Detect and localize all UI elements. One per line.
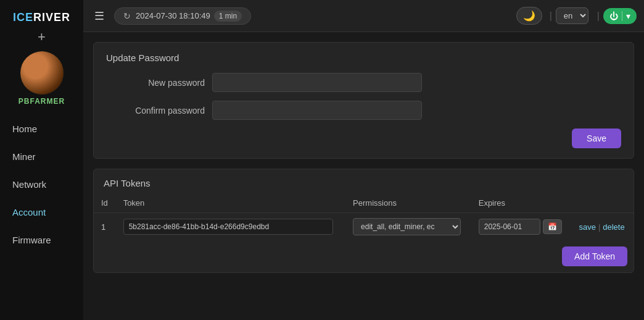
avatar-image [20,51,64,95]
interval-badge: 1 min [214,11,242,22]
token-permissions-cell: edit_all, edit_miner, ec [345,213,471,241]
time-box: ↻ 2024-07-30 18:10:49 1 min [114,7,251,25]
sidebar-item-account[interactable]: Account [0,198,83,226]
sidebar-item-network[interactable]: Network [0,171,83,198]
token-delete-button[interactable]: delete [603,222,624,232]
add-token-container: Add Token [94,240,634,272]
confirm-password-label: Confirm password [106,106,205,116]
expires-input[interactable] [479,219,540,235]
token-actions-cell: save | delete [571,213,634,241]
add-token-button[interactable]: Add Token [562,246,627,266]
token-value-cell [116,213,345,241]
action-divider: | [598,222,600,232]
calendar-button[interactable]: 📅 [543,219,562,234]
new-password-input[interactable] [212,73,422,92]
col-permissions: Permissions [345,195,471,213]
token-expires-cell: 📅 [471,213,572,241]
sidebar: ICERIVER + PBFARMER Home Miner Network A… [0,0,83,320]
header-divider2: | [597,11,600,22]
token-id-cell: 1 [94,213,116,241]
tokens-table-header: Id Token Permissions Expires [94,195,634,213]
power-dropdown-icon: ▾ [626,11,630,21]
new-password-row: New password [106,73,621,92]
sidebar-item-firmware[interactable]: Firmware [0,226,83,254]
timestamp-label: 2024-07-30 18:10:49 [136,11,210,20]
avatar [20,51,64,95]
power-divider [622,11,622,21]
add-device-button[interactable]: + [38,27,46,46]
table-row: 1 edit_all, edit_miner, ec 📅 [94,213,634,241]
username-label: PBFARMER [19,97,65,106]
sidebar-item-home[interactable]: Home [0,115,83,143]
new-password-label: New password [106,78,205,88]
col-actions [571,195,634,213]
tokens-table: Id Token Permissions Expires 1 edit_all,… [94,195,634,240]
header: ☰ ↻ 2024-07-30 18:10:49 1 min 🌙 | en zh … [83,0,644,32]
header-divider: | [550,11,552,22]
menu-button[interactable]: ☰ [91,7,108,25]
col-expires: Expires [471,195,572,213]
app-logo: ICERIVER [13,6,70,27]
confirm-password-row: Confirm password [106,101,621,120]
language-select[interactable]: en zh de [556,7,588,24]
power-icon: ⏻ [609,11,618,21]
power-button[interactable]: ⏻ ▾ [603,8,637,24]
permissions-select[interactable]: edit_all, edit_miner, ec [353,218,461,235]
token-value-input[interactable] [123,219,333,235]
confirm-password-input[interactable] [212,101,422,120]
save-password-button[interactable]: Save [572,128,621,148]
sidebar-item-miner[interactable]: Miner [0,143,83,171]
sidebar-nav: Home Miner Network Account Firmware [0,115,83,254]
col-token: Token [116,195,345,213]
theme-toggle-button[interactable]: 🌙 [516,7,542,25]
token-save-button[interactable]: save [579,222,595,232]
refresh-button[interactable]: ↻ [123,11,131,21]
main-content: Update Password New password Confirm pas… [83,32,644,320]
api-tokens-title: API Tokens [94,169,634,195]
update-password-title: Update Password [106,53,621,63]
update-password-card: Update Password New password Confirm pas… [93,42,634,159]
col-id: Id [94,195,116,213]
api-tokens-card: API Tokens Id Token Permissions Expires … [93,169,634,273]
